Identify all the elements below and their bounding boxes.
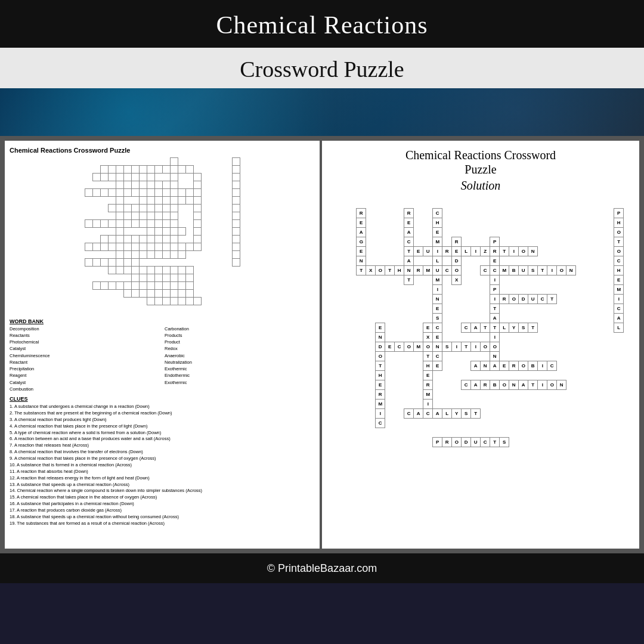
left-panel-title: Chemical Reactions Crossword Puzzle: [10, 147, 315, 154]
clues-list: 1. A substance that undergoes a chemical…: [10, 404, 315, 527]
panels-area: Chemical Reactions Crossword Puzzle WORD…: [0, 136, 644, 553]
crossword-grid-area: [10, 157, 315, 315]
word-bank: DecompositionReactantsPhotochemicalCatal…: [10, 326, 315, 393]
word-bank-label: WORD BANK: [10, 318, 315, 324]
solution-subtitle: Solution: [328, 179, 633, 193]
header-top: Chemical Reactions: [0, 0, 644, 48]
solution-title: Chemical Reactions Crossword Puzzle: [328, 148, 633, 177]
right-panel: Chemical Reactions Crossword Puzzle Solu…: [322, 141, 639, 549]
bg-strip: [0, 88, 644, 136]
header-sub: Crossword Puzzle: [0, 48, 644, 88]
left-panel: Chemical Reactions Crossword Puzzle WORD…: [5, 141, 320, 549]
solution-grid: RRCPEEHHAAEOGCMRPTETEUIRELIZRTIONONALDEC…: [338, 199, 624, 466]
footer: © PrintableBazaar.com: [0, 553, 644, 583]
clues-label: CLUES: [10, 396, 315, 402]
solution-grid-wrap: RRCPEEHHAAEOGCMRPTETEUIRELIZRTIONONALDEC…: [328, 199, 633, 466]
